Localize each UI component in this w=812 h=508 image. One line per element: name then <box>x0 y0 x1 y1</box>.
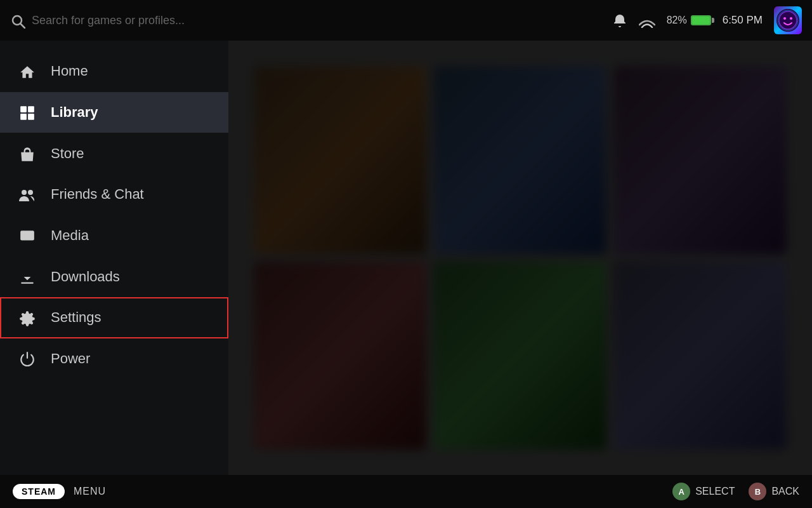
sidebar: Home Library Store <box>0 41 228 475</box>
b-button[interactable]: B <box>749 483 766 500</box>
store-icon <box>18 144 37 163</box>
signal-icon <box>639 12 655 29</box>
downloads-icon <box>18 267 37 286</box>
battery-percent-label: 82% <box>667 15 687 26</box>
svg-point-4 <box>783 17 786 20</box>
sidebar-item-friends[interactable]: Friends & Chat <box>0 174 228 215</box>
svg-rect-13 <box>20 231 34 241</box>
bottombar-right: A SELECT B BACK <box>672 483 799 500</box>
battery-area: 82% <box>667 15 711 26</box>
clock: 6:50 PM <box>723 14 763 27</box>
game-thumb-6 <box>614 262 787 450</box>
game-thumb-4 <box>254 262 426 450</box>
sidebar-item-downloads-label: Downloads <box>51 269 120 285</box>
topbar: Search for games or profiles... 82% 6:50… <box>0 0 812 41</box>
sidebar-item-power-label: Power <box>51 351 90 367</box>
sidebar-item-store[interactable]: Store <box>0 133 228 174</box>
svg-point-12 <box>28 190 33 195</box>
notification-icon[interactable] <box>612 12 627 29</box>
library-icon <box>18 104 37 122</box>
game-thumb-3 <box>614 66 787 254</box>
sidebar-item-store-label: Store <box>51 145 84 162</box>
game-thumbnails <box>228 41 812 475</box>
sidebar-item-power[interactable]: Power <box>0 338 228 380</box>
power-icon <box>18 350 37 368</box>
battery-icon <box>691 15 711 25</box>
blurred-background <box>228 41 812 475</box>
search-icon <box>10 12 25 29</box>
svg-point-11 <box>22 190 27 195</box>
avatar[interactable] <box>774 6 802 34</box>
svg-rect-10 <box>28 114 34 120</box>
menu-label: MENU <box>74 486 106 497</box>
svg-rect-9 <box>20 114 27 120</box>
friends-icon <box>18 185 37 204</box>
content-area <box>228 41 812 475</box>
select-label: SELECT <box>695 486 735 497</box>
sidebar-item-home[interactable]: Home <box>0 51 228 92</box>
sidebar-item-media-label: Media <box>51 227 89 244</box>
back-action: B BACK <box>749 483 799 500</box>
search-input-placeholder: Search for games or profiles... <box>32 14 185 27</box>
settings-icon <box>18 309 37 327</box>
sidebar-item-settings-label: Settings <box>51 309 102 326</box>
home-icon <box>18 62 37 81</box>
sidebar-item-library-label: Library <box>51 104 98 121</box>
main-area: Home Library Store <box>0 41 812 475</box>
sidebar-item-media[interactable]: Media <box>0 215 228 257</box>
bottombar: STEAM MENU A SELECT B BACK <box>0 475 812 508</box>
sidebar-item-settings[interactable]: Settings <box>0 297 228 338</box>
search-area[interactable]: Search for games or profiles... <box>10 12 612 29</box>
game-thumb-1 <box>254 66 426 254</box>
svg-rect-8 <box>28 106 34 112</box>
sidebar-item-friends-label: Friends & Chat <box>51 186 144 203</box>
sidebar-item-downloads[interactable]: Downloads <box>0 256 228 297</box>
media-icon <box>18 227 37 245</box>
bottombar-left: STEAM MENU <box>13 484 106 499</box>
sidebar-item-library[interactable]: Library <box>0 92 228 133</box>
select-action: A SELECT <box>672 483 735 500</box>
steam-button[interactable]: STEAM <box>13 484 65 499</box>
game-thumb-2 <box>434 66 606 254</box>
svg-point-5 <box>790 17 792 20</box>
topbar-right: 82% 6:50 PM <box>612 6 802 34</box>
back-label: BACK <box>771 486 799 497</box>
svg-line-1 <box>21 24 25 28</box>
sidebar-item-home-label: Home <box>51 63 88 79</box>
game-thumb-5 <box>434 262 606 450</box>
a-button[interactable]: A <box>672 483 690 500</box>
svg-point-2 <box>776 9 799 32</box>
svg-point-0 <box>13 16 22 25</box>
svg-rect-7 <box>20 106 27 112</box>
